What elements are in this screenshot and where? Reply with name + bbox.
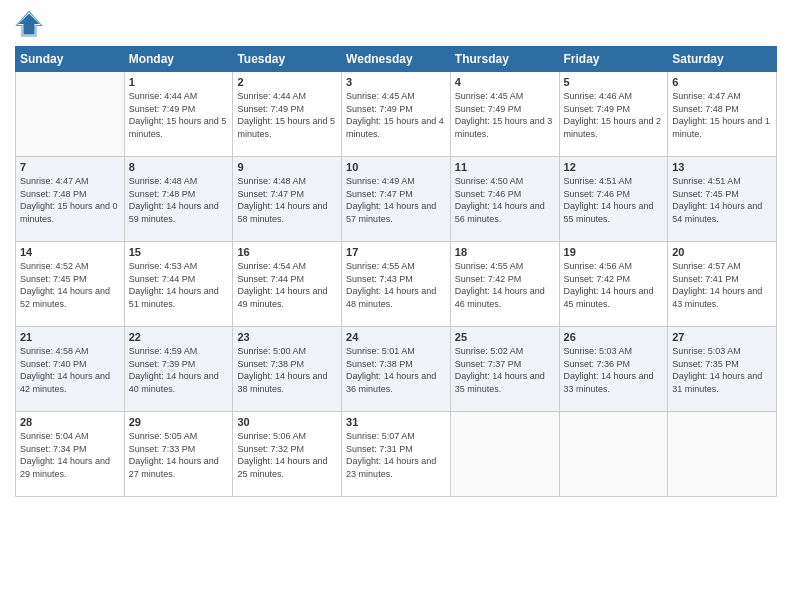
calendar-cell: 12Sunrise: 4:51 AMSunset: 7:46 PMDayligh…: [559, 157, 668, 242]
cell-content: Sunrise: 4:46 AMSunset: 7:49 PMDaylight:…: [564, 90, 664, 140]
calendar-table: SundayMondayTuesdayWednesdayThursdayFrid…: [15, 46, 777, 497]
calendar-cell: 21Sunrise: 4:58 AMSunset: 7:40 PMDayligh…: [16, 327, 125, 412]
day-number: 16: [237, 246, 337, 258]
calendar-cell: [559, 412, 668, 497]
day-number: 23: [237, 331, 337, 343]
cell-content: Sunrise: 4:59 AMSunset: 7:39 PMDaylight:…: [129, 345, 229, 395]
cell-content: Sunrise: 4:55 AMSunset: 7:43 PMDaylight:…: [346, 260, 446, 310]
calendar-cell: 29Sunrise: 5:05 AMSunset: 7:33 PMDayligh…: [124, 412, 233, 497]
day-number: 2: [237, 76, 337, 88]
calendar-cell: 28Sunrise: 5:04 AMSunset: 7:34 PMDayligh…: [16, 412, 125, 497]
calendar-week-row: 7Sunrise: 4:47 AMSunset: 7:48 PMDaylight…: [16, 157, 777, 242]
calendar-cell: 17Sunrise: 4:55 AMSunset: 7:43 PMDayligh…: [342, 242, 451, 327]
calendar-cell: 1Sunrise: 4:44 AMSunset: 7:49 PMDaylight…: [124, 72, 233, 157]
calendar-week-row: 21Sunrise: 4:58 AMSunset: 7:40 PMDayligh…: [16, 327, 777, 412]
day-number: 20: [672, 246, 772, 258]
day-number: 26: [564, 331, 664, 343]
page-container: SundayMondayTuesdayWednesdayThursdayFrid…: [0, 0, 792, 507]
cell-content: Sunrise: 4:52 AMSunset: 7:45 PMDaylight:…: [20, 260, 120, 310]
calendar-cell: 30Sunrise: 5:06 AMSunset: 7:32 PMDayligh…: [233, 412, 342, 497]
cell-content: Sunrise: 4:51 AMSunset: 7:46 PMDaylight:…: [564, 175, 664, 225]
calendar-cell: [450, 412, 559, 497]
cell-content: Sunrise: 4:50 AMSunset: 7:46 PMDaylight:…: [455, 175, 555, 225]
day-number: 10: [346, 161, 446, 173]
day-number: 29: [129, 416, 229, 428]
day-number: 19: [564, 246, 664, 258]
calendar-cell: 19Sunrise: 4:56 AMSunset: 7:42 PMDayligh…: [559, 242, 668, 327]
cell-content: Sunrise: 4:48 AMSunset: 7:48 PMDaylight:…: [129, 175, 229, 225]
weekday-header-cell: Tuesday: [233, 47, 342, 72]
cell-content: Sunrise: 4:45 AMSunset: 7:49 PMDaylight:…: [455, 90, 555, 140]
weekday-header-cell: Saturday: [668, 47, 777, 72]
calendar-cell: 4Sunrise: 4:45 AMSunset: 7:49 PMDaylight…: [450, 72, 559, 157]
day-number: 5: [564, 76, 664, 88]
cell-content: Sunrise: 4:45 AMSunset: 7:49 PMDaylight:…: [346, 90, 446, 140]
day-number: 27: [672, 331, 772, 343]
day-number: 30: [237, 416, 337, 428]
calendar-cell: 10Sunrise: 4:49 AMSunset: 7:47 PMDayligh…: [342, 157, 451, 242]
day-number: 11: [455, 161, 555, 173]
cell-content: Sunrise: 4:47 AMSunset: 7:48 PMDaylight:…: [672, 90, 772, 140]
day-number: 8: [129, 161, 229, 173]
weekday-header-cell: Monday: [124, 47, 233, 72]
calendar-cell: 22Sunrise: 4:59 AMSunset: 7:39 PMDayligh…: [124, 327, 233, 412]
calendar-cell: 26Sunrise: 5:03 AMSunset: 7:36 PMDayligh…: [559, 327, 668, 412]
calendar-week-row: 28Sunrise: 5:04 AMSunset: 7:34 PMDayligh…: [16, 412, 777, 497]
day-number: 3: [346, 76, 446, 88]
logo-icon: [15, 10, 43, 38]
page-header: [15, 10, 777, 38]
day-number: 1: [129, 76, 229, 88]
day-number: 6: [672, 76, 772, 88]
calendar-cell: 25Sunrise: 5:02 AMSunset: 7:37 PMDayligh…: [450, 327, 559, 412]
calendar-cell: 27Sunrise: 5:03 AMSunset: 7:35 PMDayligh…: [668, 327, 777, 412]
weekday-header-row: SundayMondayTuesdayWednesdayThursdayFrid…: [16, 47, 777, 72]
weekday-header-cell: Friday: [559, 47, 668, 72]
calendar-cell: 11Sunrise: 4:50 AMSunset: 7:46 PMDayligh…: [450, 157, 559, 242]
cell-content: Sunrise: 4:47 AMSunset: 7:48 PMDaylight:…: [20, 175, 120, 225]
cell-content: Sunrise: 4:58 AMSunset: 7:40 PMDaylight:…: [20, 345, 120, 395]
calendar-cell: 31Sunrise: 5:07 AMSunset: 7:31 PMDayligh…: [342, 412, 451, 497]
calendar-cell: 3Sunrise: 4:45 AMSunset: 7:49 PMDaylight…: [342, 72, 451, 157]
cell-content: Sunrise: 4:54 AMSunset: 7:44 PMDaylight:…: [237, 260, 337, 310]
day-number: 24: [346, 331, 446, 343]
day-number: 22: [129, 331, 229, 343]
cell-content: Sunrise: 4:51 AMSunset: 7:45 PMDaylight:…: [672, 175, 772, 225]
calendar-cell: 24Sunrise: 5:01 AMSunset: 7:38 PMDayligh…: [342, 327, 451, 412]
day-number: 28: [20, 416, 120, 428]
cell-content: Sunrise: 5:07 AMSunset: 7:31 PMDaylight:…: [346, 430, 446, 480]
day-number: 13: [672, 161, 772, 173]
logo: [15, 10, 47, 38]
day-number: 21: [20, 331, 120, 343]
day-number: 14: [20, 246, 120, 258]
calendar-cell: 9Sunrise: 4:48 AMSunset: 7:47 PMDaylight…: [233, 157, 342, 242]
cell-content: Sunrise: 5:03 AMSunset: 7:35 PMDaylight:…: [672, 345, 772, 395]
calendar-cell: 7Sunrise: 4:47 AMSunset: 7:48 PMDaylight…: [16, 157, 125, 242]
calendar-cell: 23Sunrise: 5:00 AMSunset: 7:38 PMDayligh…: [233, 327, 342, 412]
cell-content: Sunrise: 4:56 AMSunset: 7:42 PMDaylight:…: [564, 260, 664, 310]
calendar-cell: 14Sunrise: 4:52 AMSunset: 7:45 PMDayligh…: [16, 242, 125, 327]
calendar-body: 1Sunrise: 4:44 AMSunset: 7:49 PMDaylight…: [16, 72, 777, 497]
cell-content: Sunrise: 4:57 AMSunset: 7:41 PMDaylight:…: [672, 260, 772, 310]
calendar-cell: 13Sunrise: 4:51 AMSunset: 7:45 PMDayligh…: [668, 157, 777, 242]
calendar-week-row: 14Sunrise: 4:52 AMSunset: 7:45 PMDayligh…: [16, 242, 777, 327]
day-number: 4: [455, 76, 555, 88]
cell-content: Sunrise: 5:06 AMSunset: 7:32 PMDaylight:…: [237, 430, 337, 480]
cell-content: Sunrise: 4:48 AMSunset: 7:47 PMDaylight:…: [237, 175, 337, 225]
cell-content: Sunrise: 5:04 AMSunset: 7:34 PMDaylight:…: [20, 430, 120, 480]
calendar-cell: 16Sunrise: 4:54 AMSunset: 7:44 PMDayligh…: [233, 242, 342, 327]
calendar-cell: 20Sunrise: 4:57 AMSunset: 7:41 PMDayligh…: [668, 242, 777, 327]
cell-content: Sunrise: 5:00 AMSunset: 7:38 PMDaylight:…: [237, 345, 337, 395]
weekday-header-cell: Thursday: [450, 47, 559, 72]
cell-content: Sunrise: 4:44 AMSunset: 7:49 PMDaylight:…: [129, 90, 229, 140]
cell-content: Sunrise: 5:01 AMSunset: 7:38 PMDaylight:…: [346, 345, 446, 395]
day-number: 9: [237, 161, 337, 173]
day-number: 7: [20, 161, 120, 173]
day-number: 17: [346, 246, 446, 258]
day-number: 18: [455, 246, 555, 258]
weekday-header-cell: Wednesday: [342, 47, 451, 72]
day-number: 31: [346, 416, 446, 428]
cell-content: Sunrise: 5:03 AMSunset: 7:36 PMDaylight:…: [564, 345, 664, 395]
day-number: 25: [455, 331, 555, 343]
cell-content: Sunrise: 4:49 AMSunset: 7:47 PMDaylight:…: [346, 175, 446, 225]
calendar-cell: [668, 412, 777, 497]
